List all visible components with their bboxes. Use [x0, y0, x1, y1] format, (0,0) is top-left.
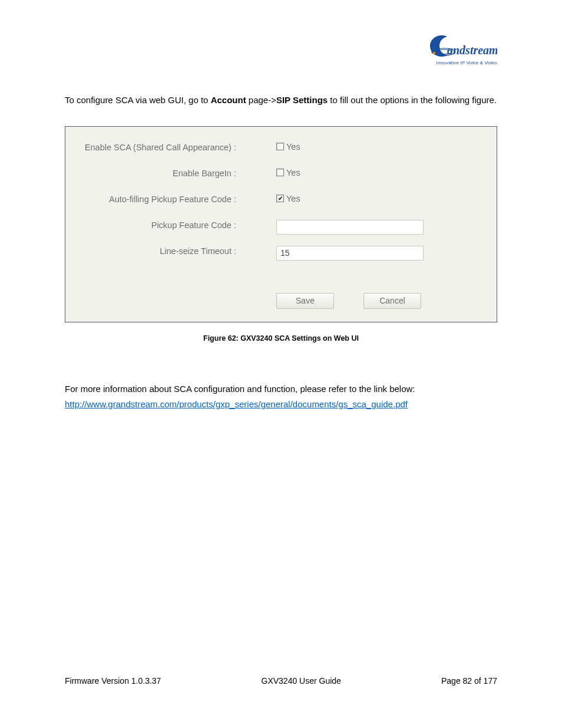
label-enable-sca: Enable SCA (Shared Call Appearance) : [76, 142, 240, 154]
checkbox-enable-sca[interactable] [276, 143, 284, 150]
intro-bold-account: Account [211, 95, 246, 105]
row-pickup-code: Pickup Feature Code : [76, 220, 486, 235]
field-enable-bargein: Yes [276, 168, 300, 177]
field-autofill-pickup: ✔ Yes [276, 194, 300, 203]
footer-firmware: Firmware Version 1.0.3.37 [65, 676, 161, 686]
footer-page: Page 82 of 177 [441, 676, 497, 686]
more-info-paragraph: For more information about SCA configura… [65, 381, 497, 413]
intro-text-pre: To configure SCA via web GUI, go to [65, 95, 211, 105]
label-autofill-pickup: Auto-filling Pickup Feature Code : [76, 194, 240, 206]
button-row: Save Cancel [276, 293, 486, 309]
sca-guide-link[interactable]: http://www.grandstream.com/products/gxp_… [65, 399, 408, 409]
brand-logo: andstream Innovative IP Voice & Video [428, 34, 497, 65]
figure-caption: Figure 62: GXV3240 SCA Settings on Web U… [65, 334, 497, 342]
intro-text-mid: page-> [246, 95, 276, 105]
intro-bold-sip: SIP Settings [276, 95, 328, 105]
row-enable-bargein: Enable BargeIn : Yes [76, 168, 486, 183]
field-enable-sca: Yes [276, 142, 300, 151]
settings-figure-box: Enable SCA (Shared Call Appearance) : Ye… [65, 126, 497, 322]
label-enable-bargein: Enable BargeIn : [76, 168, 240, 180]
checkbox-text-enable-sca: Yes [286, 142, 300, 151]
save-button[interactable]: Save [276, 293, 334, 309]
checkbox-autofill-pickup[interactable]: ✔ [276, 195, 284, 202]
checkbox-text-enable-bargein: Yes [286, 168, 300, 177]
document-page: andstream Innovative IP Voice & Video To… [0, 0, 562, 728]
intro-text-post: to fill out the options in the following… [328, 95, 497, 105]
footer-title: GXV3240 User Guide [262, 676, 341, 686]
row-enable-sca: Enable SCA (Shared Call Appearance) : Ye… [76, 142, 486, 157]
svg-text:andstream: andstream [447, 44, 497, 57]
more-info-text: For more information about SCA configura… [65, 384, 415, 394]
checkbox-enable-bargein[interactable] [276, 169, 284, 176]
grandstream-logo-icon: andstream [428, 34, 497, 61]
field-lineseize-timeout [276, 246, 424, 261]
label-lineseize-timeout: Line-seize Timeout : [76, 246, 240, 258]
intro-paragraph: To configure SCA via web GUI, go to Acco… [65, 92, 497, 108]
cancel-button[interactable]: Cancel [363, 293, 421, 309]
logo-tagline: Innovative IP Voice & Video [428, 60, 497, 65]
row-autofill-pickup: Auto-filling Pickup Feature Code : ✔ Yes [76, 194, 486, 209]
field-pickup-code [276, 220, 424, 235]
label-pickup-code: Pickup Feature Code : [76, 220, 240, 232]
checkmark-icon: ✔ [278, 196, 283, 202]
page-footer: Firmware Version 1.0.3.37 GXV3240 User G… [65, 676, 497, 686]
input-pickup-code[interactable] [276, 220, 424, 235]
svg-point-2 [433, 52, 435, 54]
checkbox-text-autofill-pickup: Yes [286, 194, 300, 203]
input-lineseize-timeout[interactable] [276, 246, 424, 261]
row-lineseize-timeout: Line-seize Timeout : [76, 246, 486, 261]
